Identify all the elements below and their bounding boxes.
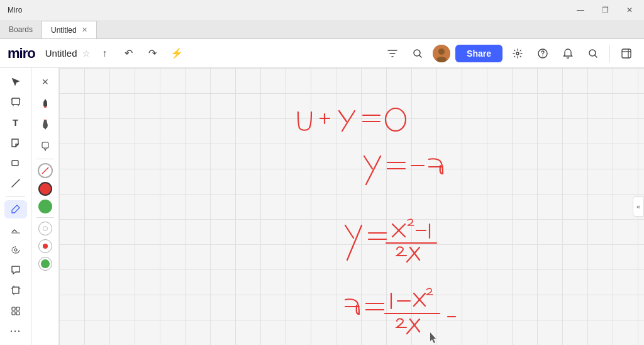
right-panel-collapse[interactable]: «	[633, 196, 644, 217]
equation-2	[364, 156, 443, 184]
dot-size-empty[interactable]	[38, 222, 52, 235]
cursor-pointer	[430, 332, 436, 343]
svg-rect-11	[11, 232, 20, 234]
more-tool[interactable]: ···	[4, 322, 27, 340]
svg-rect-8	[622, 49, 631, 58]
tab-boards-label: Boards	[9, 25, 33, 34]
equation-4	[345, 288, 455, 334]
color-circle-container	[38, 182, 52, 196]
dot-size-small[interactable]	[38, 239, 52, 253]
undo-button[interactable]: ↶	[119, 44, 138, 63]
svg-rect-20	[43, 120, 47, 120]
star-icon[interactable]: ☆	[82, 48, 91, 59]
sticky-tool[interactable]	[4, 134, 27, 152]
tab-boards[interactable]: Boards	[0, 21, 42, 38]
tab-untitled[interactable]: Untitled ✕	[42, 21, 97, 38]
tab-bar: Boards Untitled ✕	[0, 20, 644, 39]
pen-style-icon[interactable]	[36, 94, 54, 112]
color-panel: ✕	[31, 68, 59, 345]
equation-3	[345, 219, 436, 262]
text-icon: T	[13, 117, 18, 128]
svg-rect-13	[13, 287, 19, 293]
dot-size-large[interactable]	[38, 257, 52, 271]
redo-button[interactable]: ↷	[143, 44, 162, 63]
settings-button[interactable]	[508, 43, 528, 64]
svg-line-22	[42, 167, 48, 174]
color-separator-1	[36, 159, 54, 159]
left-sidebar: T	[0, 68, 31, 345]
svg-rect-17	[16, 312, 19, 315]
color-red-selected[interactable]	[38, 182, 52, 196]
canvas-drawing	[59, 68, 644, 345]
svg-rect-15	[16, 307, 19, 310]
search-button[interactable]	[583, 43, 603, 64]
notifications-button[interactable]	[558, 43, 578, 64]
help-button[interactable]	[533, 43, 553, 64]
app-name: Miro	[8, 6, 573, 14]
shapes-tool[interactable]	[4, 154, 27, 172]
share-button[interactable]: Share	[455, 45, 502, 62]
svg-point-6	[542, 55, 543, 56]
svg-rect-19	[44, 106, 47, 108]
lightning-button[interactable]: ⚡	[167, 44, 186, 63]
svg-rect-10	[12, 161, 18, 166]
restore-button[interactable]: ❐	[598, 4, 613, 16]
svg-point-4	[516, 52, 519, 55]
window-controls: — ❐ ✕	[573, 4, 636, 16]
color-none[interactable]	[38, 163, 53, 178]
svg-rect-16	[12, 312, 15, 315]
title-bar: Miro — ❐ ✕	[0, 0, 644, 20]
canvas-area: T	[0, 68, 644, 345]
svg-point-23	[386, 108, 406, 131]
svg-rect-9	[12, 98, 19, 105]
color-green[interactable]	[38, 200, 52, 213]
main-toolbar: miro Untitled ☆ ↑ ↶ ↷ ⚡ Share	[0, 39, 644, 68]
apps-tool[interactable]	[4, 302, 27, 320]
svg-rect-21	[42, 142, 48, 148]
more-icon: ···	[9, 324, 21, 337]
line-tool[interactable]	[4, 174, 27, 192]
highlighter-style-icon[interactable]	[36, 137, 54, 155]
zoom-button[interactable]	[408, 43, 428, 64]
close-button[interactable]: ✕	[623, 4, 636, 16]
frames-tool[interactable]	[4, 93, 27, 111]
select-tool[interactable]	[4, 73, 27, 91]
board-title[interactable]: Untitled	[45, 48, 77, 59]
color-separator-2	[36, 217, 54, 218]
svg-point-2	[438, 48, 445, 55]
minimize-button[interactable]: —	[573, 4, 588, 16]
pen-tool[interactable]	[4, 200, 27, 218]
toolbar-divider	[609, 45, 610, 62]
svg-rect-14	[12, 307, 15, 310]
svg-rect-18	[43, 102, 47, 106]
equation-1	[298, 108, 406, 131]
board-canvas[interactable]: «	[59, 68, 644, 345]
comment-tool[interactable]	[4, 261, 27, 279]
filter-button[interactable]	[382, 43, 402, 64]
panel-button[interactable]	[616, 43, 636, 64]
export-button[interactable]: ↑	[96, 44, 114, 63]
sidebar-divider	[6, 196, 25, 197]
crop-tool[interactable]	[4, 281, 27, 299]
svg-point-12	[14, 249, 17, 251]
user-avatar[interactable]	[433, 45, 450, 62]
marker-style-icon[interactable]	[36, 116, 54, 133]
eraser-tool[interactable]	[4, 221, 27, 239]
tab-close-icon[interactable]: ✕	[82, 26, 87, 34]
lasso-tool[interactable]	[4, 241, 27, 259]
miro-logo: miro	[8, 45, 35, 62]
tab-untitled-label: Untitled	[51, 26, 77, 35]
color-panel-close[interactable]: ✕	[36, 73, 54, 91]
text-tool[interactable]: T	[4, 114, 27, 132]
